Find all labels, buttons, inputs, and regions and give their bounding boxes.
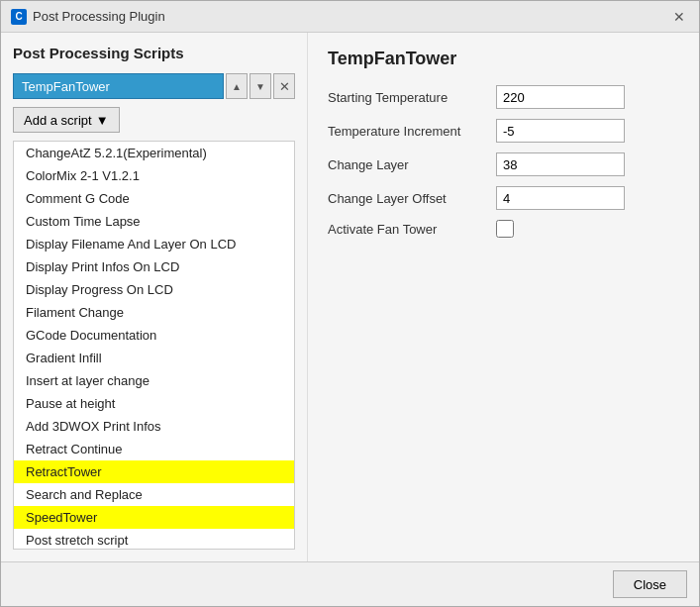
form-row-change_layer_offset: Change Layer Offset [328,186,679,210]
list-item-commentgcode[interactable]: Comment G Code [14,187,294,210]
left-panel: Post Processing Scripts TempFanTower ▲ ▼… [1,33,308,561]
field-input-change_layer_offset[interactable] [496,186,625,210]
list-item-displayprogress[interactable]: Display Progress On LCD [14,278,294,301]
right-panel-title: TempFanTower [328,49,679,69]
window-close-button[interactable]: ✕ [669,7,689,27]
panel-heading: Post Processing Scripts [13,45,295,61]
field-label-change_layer_offset: Change Layer Offset [328,191,496,206]
list-item-colormix[interactable]: ColorMix 2-1 V1.2.1 [14,164,294,187]
list-item-changeatZ[interactable]: ChangeAtZ 5.2.1(Experimental) [14,142,294,164]
scroll-down-button[interactable]: ▼ [250,73,271,99]
main-window: C Post Processing Plugin ✕ Post Processi… [0,0,700,607]
list-item-gcodedoc[interactable]: GCode Documentation [14,324,294,347]
list-item-filamentchange[interactable]: Filament Change [14,301,294,324]
field-input-change_layer[interactable] [496,152,625,176]
field-label-starting_temp: Starting Temperature [328,90,496,105]
content-area: Post Processing Scripts TempFanTower ▲ ▼… [1,33,699,561]
list-item-displayfilename[interactable]: Display Filename And Layer On LCD [14,233,294,255]
remove-script-button[interactable]: ✕ [273,73,295,99]
field-input-temp_increment[interactable] [496,119,625,143]
field-label-temp_increment: Temperature Increment [328,124,496,139]
list-item-searchreplace[interactable]: Search and Replace [14,483,294,506]
add-script-button[interactable]: Add a script ▼ [13,107,120,133]
active-script-label: TempFanTower [13,73,224,99]
scroll-up-button[interactable]: ▲ [226,73,248,99]
list-item-retractcontinue[interactable]: Retract Continue [14,438,294,460]
list-item-add3dwox[interactable]: Add 3DWOX Print Infos [14,415,294,438]
field-label-change_layer: Change Layer [328,157,496,172]
script-selector: TempFanTower ▲ ▼ ✕ [13,73,295,99]
field-input-starting_temp[interactable] [496,85,625,109]
dropdown-arrow-icon: ▼ [96,113,109,128]
close-button[interactable]: Close [613,570,687,598]
list-item-retracttower[interactable]: RetractTower [14,460,294,483]
window-title: Post Processing Plugin [33,9,165,24]
field-label-activate_fan_tower: Activate Fan Tower [328,222,496,237]
form-row-change_layer: Change Layer [328,152,679,176]
form-row-temp_increment: Temperature Increment [328,119,679,143]
form-row-starting_temp: Starting Temperature [328,85,679,109]
list-item-gradientinfill[interactable]: Gradient Infill [14,347,294,369]
fields-container: Starting TemperatureTemperature Incremen… [328,85,679,248]
bottom-bar: Close [1,561,699,606]
scripts-list[interactable]: ChangeAtZ 5.2.1(Experimental)ColorMix 2-… [13,141,295,550]
right-panel: TempFanTower Starting TemperatureTempera… [308,33,699,561]
list-item-customtimelapse[interactable]: Custom Time Lapse [14,210,294,233]
title-bar: C Post Processing Plugin ✕ [1,1,699,33]
form-row-activate_fan_tower: Activate Fan Tower [328,220,679,238]
list-item-insertatchange[interactable]: Insert at layer change [14,369,294,392]
list-item-pauseatheight[interactable]: Pause at height [14,392,294,415]
field-checkbox-activate_fan_tower[interactable] [496,220,514,238]
app-icon: C [11,9,27,25]
list-item-poststretch[interactable]: Post stretch script [14,529,294,550]
list-item-speedtower[interactable]: SpeedTower [14,506,294,529]
list-item-displayprint[interactable]: Display Print Infos On LCD [14,255,294,278]
